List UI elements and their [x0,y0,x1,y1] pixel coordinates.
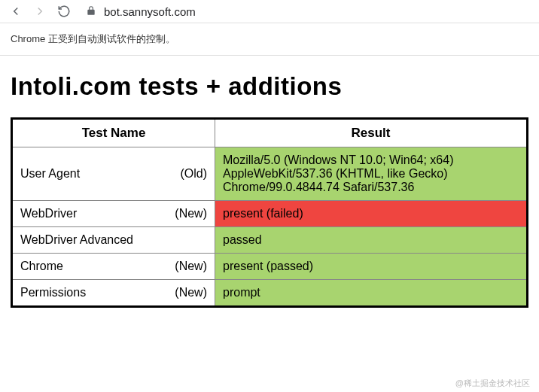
test-result-cell: Mozilla/5.0 (Windows NT 10.0; Win64; x64… [215,147,528,201]
test-name-cell: Chrome (New) [12,254,215,280]
test-tag: (New) [175,260,207,273]
table-row: Permissions (New) prompt [12,280,528,307]
watermark: @稀土掘金技术社区 [455,378,530,389]
test-result-cell: present (passed) [215,254,528,280]
test-result-cell: present (failed) [215,201,528,227]
test-name: User Agent [20,167,80,181]
header-result: Result [215,119,528,147]
reload-icon[interactable] [57,5,71,18]
table-row: User Agent (Old) Mozilla/5.0 (Windows NT… [12,147,528,201]
test-name-cell: Permissions (New) [12,280,215,307]
table-header-row: Test Name Result [12,119,528,147]
test-name-cell: WebDriver (New) [12,201,215,227]
test-tag: (New) [175,286,207,299]
page-title: Intoli.com tests + additions [11,72,528,101]
table-row: Chrome (New) present (passed) [12,254,528,280]
table-row: WebDriver Advanced passed [12,227,528,254]
test-result-cell: passed [215,227,528,254]
page-content: Intoli.com tests + additions Test Name R… [0,56,539,308]
url-text: bot.sannysoft.com [104,5,196,18]
test-name: WebDriver Advanced [20,233,133,247]
back-icon[interactable] [9,5,23,18]
browser-toolbar: bot.sannysoft.com [0,0,539,23]
nav-buttons [9,5,71,18]
test-name: WebDriver [20,207,77,220]
address-bar[interactable]: bot.sannysoft.com [86,5,196,18]
lock-icon [86,5,96,18]
test-tag: (New) [175,207,207,220]
test-name: Permissions [20,286,86,299]
tests-table: Test Name Result User Agent (Old) Mozill… [11,117,528,308]
test-result-cell: prompt [215,280,528,307]
test-name-cell: WebDriver Advanced [12,227,215,254]
test-tag: (Old) [180,167,207,181]
table-row: WebDriver (New) present (failed) [12,201,528,227]
forward-icon[interactable] [33,5,47,18]
automation-info-bar: Chrome 正受到自动测试软件的控制。 [0,23,539,56]
test-name-cell: User Agent (Old) [12,147,215,201]
test-name: Chrome [20,260,63,273]
header-test-name: Test Name [12,119,215,147]
